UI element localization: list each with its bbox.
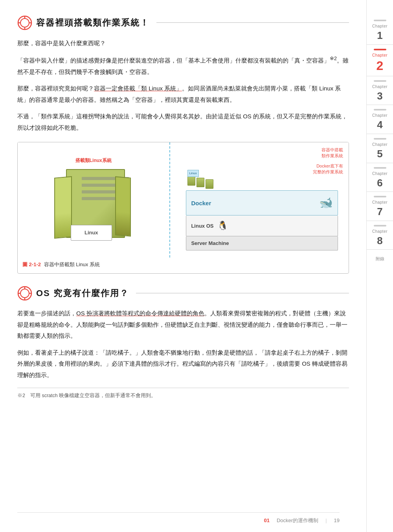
annotation-right: 容器中搭載 類作業系統 Docker底下有 完整的作業系統 xyxy=(313,147,343,175)
figure-caption: 圖 2-1-2 容器中搭載類 Linux 系統 xyxy=(18,258,349,273)
ch1-label: Chapter xyxy=(372,23,387,30)
footer-chapter: 01 xyxy=(264,516,269,525)
hex-icon xyxy=(17,15,32,30)
ch5-number: 5 xyxy=(377,148,382,160)
ch4-bar xyxy=(374,109,386,110)
sidebar-appendix[interactable]: 附錄 xyxy=(376,250,384,263)
section1-title: 容器裡頭搭載類作業系統！ xyxy=(36,15,149,31)
linux-os-label: Linux OS xyxy=(191,221,213,230)
para-3: 那麼，容器裡頭究竟如何呢？容器一定會搭載「類 Linux 系統」。如同居酒屋尚未… xyxy=(17,83,349,105)
para-4: 不過，「類作業系統」這種拐彎抹角的說法，可能會令人覺得莫名其妙。由於這是近似 O… xyxy=(17,111,349,133)
ch6-bar xyxy=(374,167,386,169)
para-5: 若要進一步描述的話，OS 扮演著將軟體等程式的命令傳達給硬體的角色。人類看來覺得… xyxy=(17,308,349,342)
svg-point-7 xyxy=(20,289,29,298)
ch3-number: 3 xyxy=(377,90,382,102)
ch5-bar xyxy=(374,138,386,140)
footer-divider: | xyxy=(325,516,327,525)
para-6: 例如，看著桌子上的橘子說道：「請吃橘子。」人類會毫不猶豫地行動，但對象是硬體的話… xyxy=(17,347,349,381)
linux-os-box: Linux OS 🐧 xyxy=(186,215,338,236)
ch4-label: Chapter xyxy=(372,112,387,119)
footnote: ※2 可用 scratch 映像檔建立空容器，但新手通常不會用到。 xyxy=(17,388,349,400)
section2-title: OS 究竟有什麼作用？ xyxy=(36,285,129,301)
linux-inner-box: Linux xyxy=(71,225,112,241)
ch1-bar xyxy=(374,20,386,21)
mini-container-1 xyxy=(187,176,195,186)
annotation-line-2: 類作業系統 xyxy=(313,153,343,159)
section2-dash xyxy=(136,293,349,293)
mini-container-2 xyxy=(196,178,204,187)
mini-container-wrap: Linux xyxy=(187,176,195,189)
footer-label: Docker的運作機制 xyxy=(277,516,318,525)
figure-caption-text: 容器中搭載類 Linux 系統 xyxy=(44,261,100,267)
section1-heading: 容器裡頭搭載類作業系統！ xyxy=(17,15,349,31)
docker-label: Docker xyxy=(191,198,211,208)
page-footer: 01 Docker的運作機制 | 19 xyxy=(17,512,340,525)
ch2-number: 2 xyxy=(376,59,384,73)
ch2-bar xyxy=(374,49,386,50)
sidebar-item-ch7[interactable]: Chapter 7 xyxy=(367,192,393,221)
ch6-label: Chapter xyxy=(372,170,387,177)
section1-dash xyxy=(156,22,349,23)
annotation-line-1: 容器中搭載 xyxy=(313,147,343,153)
ch7-label: Chapter xyxy=(372,199,387,206)
sidebar: Chapter 1 Chapter 2 Chapter 3 Chapter 4 … xyxy=(366,0,393,532)
server-machine-label: Server Machine xyxy=(191,239,229,248)
ch1-number: 1 xyxy=(377,30,382,41)
container-graphic: Linux xyxy=(54,169,133,244)
ch3-label: Chapter xyxy=(372,83,387,90)
mini-linux-label: Linux xyxy=(187,170,199,177)
hex-icon-2 xyxy=(17,286,32,301)
annotation-line-3: Docker底下有 xyxy=(313,163,343,169)
container-door-left xyxy=(54,176,72,239)
sidebar-item-ch1[interactable]: Chapter 1 xyxy=(367,16,393,45)
annotation-line-4: 完整的作業系統 xyxy=(313,169,343,175)
ch7-bar xyxy=(374,196,386,197)
figure-left: 搭載類Linux系統 xyxy=(18,142,170,258)
ch8-label: Chapter xyxy=(372,228,387,235)
penguin-icon: 🐧 xyxy=(217,218,228,234)
sidebar-item-ch4[interactable]: Chapter 4 xyxy=(367,105,393,134)
page-number: 19 xyxy=(334,516,340,525)
para-2: 「容器中裝入什麼」的描述感覺好像是把什麼裝進空的容器，但「基本上不會使用」什麼都… xyxy=(17,54,349,77)
footer-text: 01 Docker的運作機制 | 19 xyxy=(264,516,340,525)
ch7-number: 7 xyxy=(377,206,382,217)
sidebar-item-ch6[interactable]: Chapter 6 xyxy=(367,163,393,192)
main-content: 容器裡頭搭載類作業系統！ 那麼，容器中是裝入什麼東西呢？ 「容器中裝入什麼」的描… xyxy=(0,0,366,532)
svg-point-1 xyxy=(20,18,29,27)
figure-caption-label: 圖 2-1-2 xyxy=(22,261,41,267)
figure-inner: 搭載類Linux系統 xyxy=(18,142,349,258)
left-label: 搭載類Linux系統 xyxy=(75,156,112,165)
figure-box: 搭載類Linux系統 xyxy=(17,142,349,274)
figure-right: 容器中搭載 類作業系統 Docker底下有 完整的作業系統 Linux xyxy=(170,142,349,258)
diagram-left: 搭載類Linux系統 xyxy=(54,156,133,244)
linux-label: Linux xyxy=(84,228,98,237)
underline-text: 容器一定會搭載「類 Linux 系統」 xyxy=(94,85,182,92)
sidebar-item-ch3[interactable]: Chapter 3 xyxy=(367,76,393,105)
para-1: 那麼，容器中是裝入什麼東西呢？ xyxy=(17,38,349,49)
sidebar-item-ch5[interactable]: Chapter 5 xyxy=(367,134,393,163)
sidebar-item-ch2[interactable]: Chapter 2 xyxy=(367,45,393,76)
container-door-right xyxy=(115,176,131,236)
ch8-bar xyxy=(374,225,386,226)
mini-container-3 xyxy=(206,179,213,189)
sidebar-item-ch8[interactable]: Chapter 8 xyxy=(367,221,393,250)
docker-box: Docker 🐋 xyxy=(186,190,338,215)
ch2-label: Chapter xyxy=(372,52,387,59)
ch8-number: 8 xyxy=(377,235,382,247)
section2-heading: OS 究竟有什麼作用？ xyxy=(17,285,349,301)
underline-os: OS 扮演著將軟體等程式的命令傳達給硬體的角色 xyxy=(76,310,204,317)
whale-icon: 🐋 xyxy=(319,193,333,213)
page-wrapper: 容器裡頭搭載類作業系統！ 那麼，容器中是裝入什麼東西呢？ 「容器中裝入什麼」的描… xyxy=(0,0,393,532)
ch5-label: Chapter xyxy=(372,141,387,148)
server-machine-box: Server Machine xyxy=(186,236,338,250)
ch4-number: 4 xyxy=(377,119,382,131)
ch6-number: 6 xyxy=(377,177,382,189)
ch3-bar xyxy=(374,80,386,82)
